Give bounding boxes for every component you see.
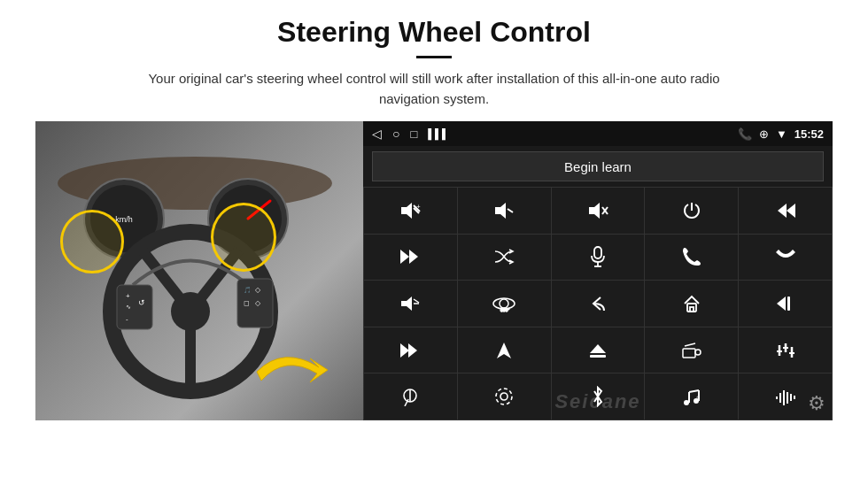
vol-up-button[interactable]: + bbox=[364, 188, 457, 234]
svg-text:∿: ∿ bbox=[126, 304, 131, 310]
shuffle-button[interactable] bbox=[458, 235, 551, 281]
back-button[interactable] bbox=[552, 281, 645, 327]
microphone-button[interactable] bbox=[552, 235, 645, 281]
fast-forward-button[interactable] bbox=[364, 327, 457, 373]
svg-marker-53 bbox=[497, 343, 511, 358]
svg-rect-56 bbox=[683, 349, 695, 358]
android-screen: ◁ ○ □ ▌▌▌ 📞 ⊕ ▼ 15:52 Begin learn bbox=[363, 121, 833, 420]
svg-line-42 bbox=[414, 299, 419, 303]
vol-down-button[interactable]: - bbox=[458, 188, 551, 234]
camera-360-button[interactable]: 360° bbox=[458, 281, 551, 327]
svg-marker-29 bbox=[589, 203, 600, 219]
nav-back-icon[interactable]: ◁ bbox=[372, 127, 382, 141]
equalizer-button[interactable] bbox=[739, 327, 832, 373]
mute-button[interactable] bbox=[552, 188, 645, 234]
controls-grid: + - bbox=[363, 187, 833, 420]
phone-icon: 📞 bbox=[738, 127, 752, 141]
nav-home-icon[interactable]: ○ bbox=[392, 127, 399, 141]
location-icon: ⊕ bbox=[759, 127, 769, 141]
nav-recent-icon[interactable]: □ bbox=[410, 127, 417, 141]
next-track-button[interactable] bbox=[364, 235, 457, 281]
page-container: Steering Wheel Control Your original car… bbox=[0, 0, 868, 485]
power-button[interactable] bbox=[645, 188, 738, 234]
status-bar-right: 📞 ⊕ ▼ 15:52 bbox=[738, 127, 824, 141]
svg-rect-38 bbox=[594, 247, 601, 258]
status-time: 15:52 bbox=[794, 127, 824, 141]
svg-line-58 bbox=[685, 343, 695, 346]
svg-text:⚙: ⚙ bbox=[696, 395, 701, 400]
arrow-overlay bbox=[248, 336, 345, 407]
svg-point-57 bbox=[695, 350, 701, 355]
settings2-button[interactable] bbox=[458, 373, 551, 420]
svg-point-68 bbox=[500, 393, 508, 400]
horn-button[interactable] bbox=[364, 281, 457, 327]
home-button[interactable] bbox=[645, 281, 738, 327]
svg-marker-54 bbox=[590, 344, 606, 353]
page-subtitle: Your original car's steering wheel contr… bbox=[124, 69, 744, 109]
svg-text:-: - bbox=[126, 315, 128, 323]
mic2-button[interactable] bbox=[364, 373, 457, 420]
status-bar: ◁ ○ □ ▌▌▌ 📞 ⊕ ▼ 15:52 bbox=[363, 121, 833, 146]
wifi-icon: ▼ bbox=[776, 127, 787, 141]
svg-text:↺: ↺ bbox=[138, 298, 145, 307]
svg-marker-49 bbox=[777, 296, 786, 311]
svg-marker-22 bbox=[401, 203, 412, 219]
svg-marker-52 bbox=[408, 343, 417, 358]
navigation-button[interactable] bbox=[458, 327, 551, 373]
svg-text:+: + bbox=[416, 203, 421, 211]
rewind-button[interactable] bbox=[739, 281, 832, 327]
highlight-left bbox=[60, 210, 124, 273]
svg-text:◇: ◇ bbox=[255, 286, 261, 294]
begin-learn-button[interactable]: Begin learn bbox=[372, 151, 824, 181]
svg-marker-36 bbox=[409, 250, 418, 264]
svg-marker-41 bbox=[401, 296, 412, 311]
settings-gear-icon[interactable]: ⚙ bbox=[808, 392, 825, 415]
svg-text:◇: ◇ bbox=[255, 299, 261, 307]
svg-line-74 bbox=[689, 390, 699, 392]
svg-marker-35 bbox=[400, 250, 409, 264]
highlight-right bbox=[211, 203, 276, 272]
svg-marker-34 bbox=[787, 204, 795, 218]
svg-rect-50 bbox=[787, 296, 790, 311]
content-row: km/h + ∿ - ↺ bbox=[35, 121, 833, 420]
hang-up-button[interactable] bbox=[739, 235, 832, 281]
svg-marker-26 bbox=[495, 203, 506, 219]
page-title: Steering Wheel Control bbox=[277, 16, 591, 49]
bluetooth-button[interactable] bbox=[552, 373, 645, 420]
svg-point-69 bbox=[496, 389, 512, 404]
music-button[interactable]: ⚙ bbox=[645, 373, 738, 420]
car-image-area: km/h + ∿ - ↺ bbox=[35, 121, 363, 420]
svg-rect-55 bbox=[590, 355, 606, 358]
signal-icon: ▌▌▌ bbox=[428, 128, 448, 139]
phone-call-button[interactable] bbox=[645, 235, 738, 281]
svg-marker-33 bbox=[778, 204, 787, 218]
svg-rect-48 bbox=[690, 307, 694, 312]
svg-text:◻: ◻ bbox=[244, 299, 250, 307]
svg-rect-12 bbox=[117, 285, 152, 329]
radio-button[interactable] bbox=[645, 327, 738, 373]
svg-point-11 bbox=[171, 292, 210, 331]
status-bar-left: ◁ ○ □ ▌▌▌ bbox=[372, 127, 449, 141]
svg-text:+: + bbox=[126, 292, 130, 300]
title-divider bbox=[416, 56, 452, 58]
svg-text:360°: 360° bbox=[500, 307, 509, 312]
prev-track-button[interactable] bbox=[739, 188, 832, 234]
begin-learn-row: Begin learn bbox=[363, 146, 833, 187]
svg-text:-: - bbox=[510, 206, 513, 214]
svg-text:🎵: 🎵 bbox=[244, 286, 252, 294]
eject-button[interactable] bbox=[552, 327, 645, 373]
svg-marker-51 bbox=[400, 343, 409, 358]
